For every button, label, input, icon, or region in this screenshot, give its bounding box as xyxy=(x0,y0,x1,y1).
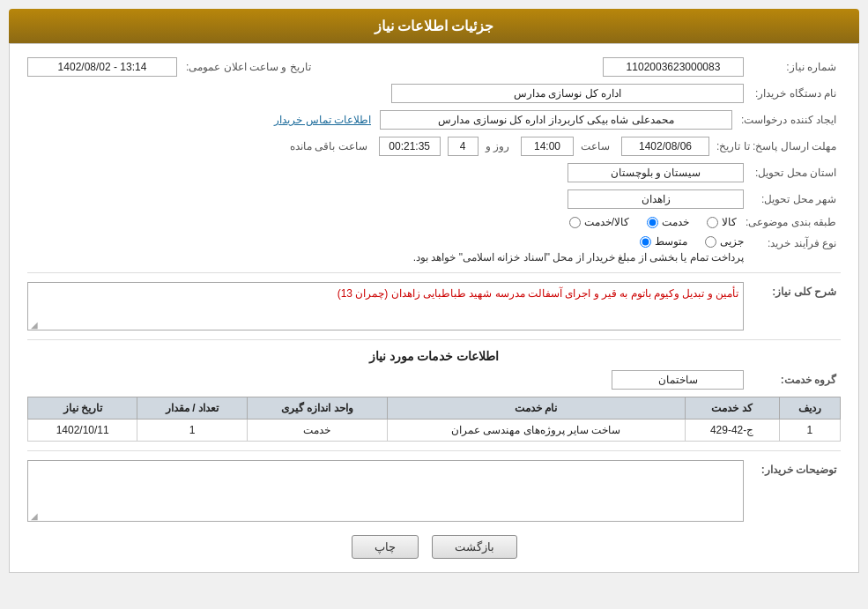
cell-date: 1402/10/11 xyxy=(28,420,137,442)
resize-handle: ◢ xyxy=(29,320,38,329)
comment-resize-handle: ◢ xyxy=(29,511,38,520)
city-value: زاهدان xyxy=(568,189,744,209)
need-number-label: شماره نیاز: xyxy=(753,61,841,73)
need-number-value: 1102003623000083 xyxy=(603,57,744,77)
back-button[interactable]: بازگشت xyxy=(432,535,517,559)
buyer-name-value: اداره کل نوسازی مدارس xyxy=(391,84,744,103)
deadline-days: 4 xyxy=(448,137,479,156)
description-label: شرح کلی نیاز: xyxy=(753,282,841,298)
cell-row: 1 xyxy=(779,420,840,442)
deadline-time: 14:00 xyxy=(521,137,574,156)
col-header-count: تعداد / مقدار xyxy=(137,397,247,420)
cell-code: ج-42-429 xyxy=(685,420,779,442)
process-label: نوع فرآیند خرید: xyxy=(753,235,841,249)
radio-kala-khedmat[interactable] xyxy=(569,217,581,228)
category-label: طبقه بندی موضوعی: xyxy=(746,216,841,228)
page-header: جزئیات اطلاعات نیاز xyxy=(9,9,859,43)
main-content: شماره نیاز: 1102003623000083 تاریخ و ساع… xyxy=(9,43,859,573)
radio-jozvi[interactable] xyxy=(705,236,716,248)
category-khedmat: خدمت xyxy=(647,216,689,228)
category-kala: کالا xyxy=(707,216,737,228)
services-section-title: اطلاعات خدمات مورد نیاز xyxy=(27,349,841,363)
table-row: 1ج-42-429ساخت سایر پروژه‌های مهندسی عمرا… xyxy=(28,420,841,442)
description-value: تأمین و تبدیل وکیوم باتوم به قیر و اجرای… xyxy=(27,282,744,330)
category-kala-khedmat: کالا/خدمت xyxy=(569,216,629,228)
button-row: بازگشت چاپ xyxy=(27,535,841,559)
cell-name: ساخت سایر پروژه‌های مهندسی عمران xyxy=(387,420,685,442)
services-table: ردیف کد خدمت نام خدمت واحد اندازه گیری ت… xyxy=(27,397,841,442)
cell-unit: خدمت xyxy=(247,420,387,442)
page-title: جزئیات اطلاعات نیاز xyxy=(375,19,494,33)
process-jozvi: جزیی xyxy=(705,235,744,248)
buyer-name-label: نام دستگاه خریدار: xyxy=(753,87,841,100)
creator-value: محمدعلی شاه بیکی کاربرداز اداره کل نوساز… xyxy=(380,110,732,130)
creator-label: ایجاد کننده درخواست: xyxy=(741,114,841,126)
province-value: سیستان و بلوچستان xyxy=(568,163,744,182)
process-motavasset: متوسط xyxy=(640,235,687,248)
city-label: شهر محل تحویل: xyxy=(753,193,841,205)
col-header-code: کد خدمت xyxy=(685,397,779,420)
process-note: پرداخت تمام یا بخشی از مبلغ خریدار از مح… xyxy=(413,251,744,264)
separator-2 xyxy=(27,339,841,340)
contact-link[interactable]: اطلاعات تماس خریدار xyxy=(274,114,371,126)
buyer-comments-box[interactable] xyxy=(27,460,744,522)
page-wrapper: جزئیات اطلاعات نیاز شماره نیاز: 11020036… xyxy=(0,0,868,609)
province-label: استان محل تحویل: xyxy=(753,167,841,179)
radio-khedmat[interactable] xyxy=(647,217,658,228)
col-header-date: تاریخ نیاز xyxy=(28,397,137,420)
deadline-remaining: 00:21:35 xyxy=(379,137,441,156)
radio-motavasset[interactable] xyxy=(640,236,651,248)
deadline-remaining-label: ساعت باقی مانده xyxy=(290,140,372,152)
process-options: جزیی متوسط xyxy=(413,235,744,248)
deadline-time-label: ساعت xyxy=(581,140,614,152)
service-group-value: ساختمان xyxy=(612,370,744,390)
date-label: تاریخ و ساعت اعلان عمومی: xyxy=(186,61,315,73)
cell-count: 1 xyxy=(137,420,247,442)
print-button[interactable]: چاپ xyxy=(352,535,419,559)
deadline-days-label: روز و xyxy=(486,140,514,152)
buyer-comments-label: توضیحات خریدار: xyxy=(753,460,841,476)
separator-1 xyxy=(27,272,841,273)
col-header-unit: واحد اندازه گیری xyxy=(247,397,387,420)
col-header-row: ردیف xyxy=(779,397,840,420)
service-group-label: گروه خدمت: xyxy=(753,374,841,386)
separator-3 xyxy=(27,450,841,451)
deadline-date: 1402/08/06 xyxy=(621,137,709,156)
deadline-label: مهلت ارسال پاسخ: تا تاریخ: xyxy=(716,140,841,152)
col-header-name: نام خدمت xyxy=(387,397,685,420)
category-options: کالا خدمت کالا/خدمت xyxy=(569,216,737,228)
radio-kala[interactable] xyxy=(707,217,718,228)
date-value: 1402/08/02 - 13:14 xyxy=(27,57,177,77)
